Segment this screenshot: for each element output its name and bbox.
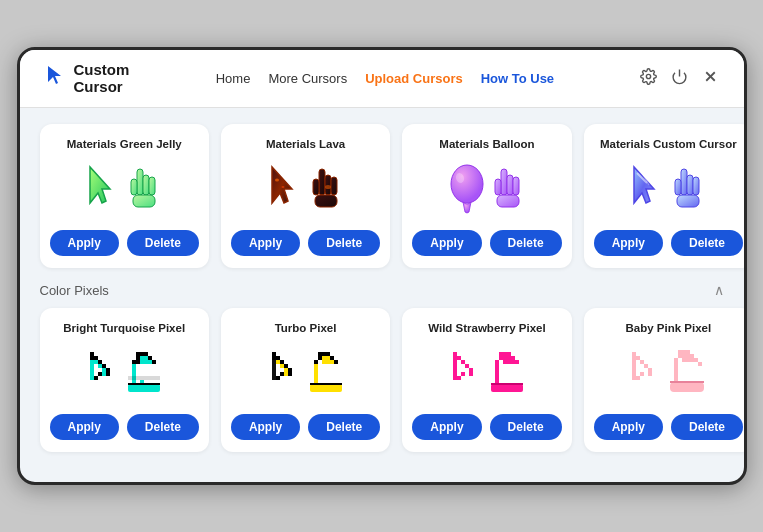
svg-rect-145 xyxy=(491,384,523,392)
svg-rect-156 xyxy=(640,360,644,364)
apply-button-lava[interactable]: Apply xyxy=(231,230,300,256)
delete-button-turquoise-pixel[interactable]: Delete xyxy=(127,414,199,440)
balloon-pointer-icon xyxy=(493,167,527,213)
card-strawberry-pixel: Wild Strawberry Pixel xyxy=(402,308,571,452)
custom-cursor-icon xyxy=(629,165,667,215)
svg-rect-127 xyxy=(469,372,473,376)
svg-rect-33 xyxy=(90,356,94,360)
apply-button-turquoise-pixel[interactable]: Apply xyxy=(50,414,119,440)
svg-rect-131 xyxy=(495,372,499,376)
svg-rect-109 xyxy=(310,383,342,385)
svg-rect-164 xyxy=(648,372,652,376)
delete-button-baby-pink-pixel[interactable]: Delete xyxy=(671,414,743,440)
svg-rect-124 xyxy=(457,376,461,380)
nav-home[interactable]: Home xyxy=(216,71,251,86)
svg-rect-118 xyxy=(457,360,461,364)
svg-rect-86 xyxy=(288,368,292,372)
svg-rect-179 xyxy=(690,354,694,358)
svg-rect-116 xyxy=(453,376,457,380)
svg-rect-30 xyxy=(675,179,681,195)
svg-rect-21 xyxy=(507,175,513,195)
apply-button-balloon[interactable]: Apply xyxy=(412,230,481,256)
card-turbo-pixel: Turbo Pixel xyxy=(221,308,390,452)
turquoise-pointer-icon xyxy=(128,352,162,396)
card-custom-cursor: Materials Custom Cursor xyxy=(584,124,744,268)
svg-rect-149 xyxy=(632,360,636,364)
delete-button-strawberry-pixel[interactable]: Delete xyxy=(490,414,562,440)
svg-rect-77 xyxy=(272,368,276,372)
svg-rect-9 xyxy=(133,195,155,207)
svg-rect-79 xyxy=(272,376,276,380)
svg-rect-111 xyxy=(453,356,457,360)
svg-rect-76 xyxy=(272,364,276,368)
power-icon[interactable] xyxy=(671,68,688,89)
svg-rect-61 xyxy=(140,356,144,360)
svg-rect-120 xyxy=(461,364,465,368)
apply-button-baby-pink-pixel[interactable]: Apply xyxy=(594,414,663,440)
svg-rect-64 xyxy=(144,352,148,356)
svg-rect-42 xyxy=(98,364,102,368)
strawberry-cursor-icon xyxy=(449,352,485,396)
apply-button-green-jelly[interactable]: Apply xyxy=(50,230,119,256)
svg-rect-137 xyxy=(503,356,507,360)
delete-button-balloon[interactable]: Delete xyxy=(490,230,562,256)
green-jelly-cursor-icon xyxy=(85,165,123,215)
svg-rect-138 xyxy=(503,360,507,364)
svg-point-18 xyxy=(451,165,483,203)
svg-rect-66 xyxy=(144,360,148,364)
svg-rect-108 xyxy=(310,384,342,392)
delete-button-custom-cursor[interactable]: Delete xyxy=(671,230,743,256)
content-area: Materials Green Jelly xyxy=(20,108,744,482)
svg-rect-51 xyxy=(132,364,136,368)
svg-rect-140 xyxy=(507,356,511,360)
svg-rect-160 xyxy=(648,368,652,372)
card-images-strawberry-pixel xyxy=(449,344,525,404)
svg-rect-53 xyxy=(132,372,136,376)
delete-button-lava[interactable]: Delete xyxy=(308,230,380,256)
svg-rect-107 xyxy=(334,360,338,364)
svg-rect-90 xyxy=(288,372,292,376)
svg-rect-113 xyxy=(453,364,457,368)
delete-button-green-jelly[interactable]: Delete xyxy=(127,230,199,256)
card-title-turbo-pixel: Turbo Pixel xyxy=(275,322,337,334)
close-icon[interactable] xyxy=(702,68,719,89)
svg-rect-47 xyxy=(98,372,102,376)
svg-rect-35 xyxy=(90,364,94,368)
svg-rect-176 xyxy=(686,350,690,354)
svg-rect-117 xyxy=(457,356,461,360)
settings-icon[interactable] xyxy=(640,68,657,89)
svg-rect-97 xyxy=(318,356,322,360)
nav-how-to-use[interactable]: How To Use xyxy=(481,71,554,86)
logo: Custom Cursor xyxy=(44,62,130,95)
svg-rect-50 xyxy=(132,360,136,364)
card-buttons-turbo-pixel: Apply Delete xyxy=(231,414,380,440)
svg-rect-148 xyxy=(632,356,636,360)
card-buttons-green-jelly: Apply Delete xyxy=(50,230,199,256)
svg-rect-67 xyxy=(148,356,152,360)
card-title-custom-cursor: Materials Custom Cursor xyxy=(600,138,737,150)
header-icons xyxy=(640,68,719,89)
svg-rect-101 xyxy=(322,360,326,364)
svg-rect-46 xyxy=(94,376,98,380)
svg-rect-112 xyxy=(453,360,457,364)
card-title-lava: Materials Lava xyxy=(266,138,345,150)
svg-rect-60 xyxy=(140,352,144,356)
svg-rect-171 xyxy=(678,354,682,358)
apply-button-strawberry-pixel[interactable]: Apply xyxy=(412,414,481,440)
svg-rect-38 xyxy=(90,376,94,380)
delete-button-turbo-pixel[interactable]: Delete xyxy=(308,414,380,440)
card-title-balloon: Materials Balloon xyxy=(439,138,534,150)
svg-rect-102 xyxy=(326,352,330,356)
card-title-strawberry-pixel: Wild Strawberry Pixel xyxy=(428,322,546,334)
svg-rect-39 xyxy=(94,356,98,360)
svg-rect-88 xyxy=(280,372,284,376)
logo-text: Custom Cursor xyxy=(74,62,130,95)
svg-rect-52 xyxy=(132,368,136,372)
nav-upload-cursors[interactable]: Upload Cursors xyxy=(365,71,463,86)
svg-rect-22 xyxy=(513,177,519,195)
svg-rect-161 xyxy=(636,376,640,380)
apply-button-turbo-pixel[interactable]: Apply xyxy=(231,414,300,440)
apply-button-custom-cursor[interactable]: Apply xyxy=(594,230,663,256)
nav-more-cursors[interactable]: More Cursors xyxy=(268,71,347,86)
chevron-up-icon[interactable]: ∧ xyxy=(714,282,724,298)
